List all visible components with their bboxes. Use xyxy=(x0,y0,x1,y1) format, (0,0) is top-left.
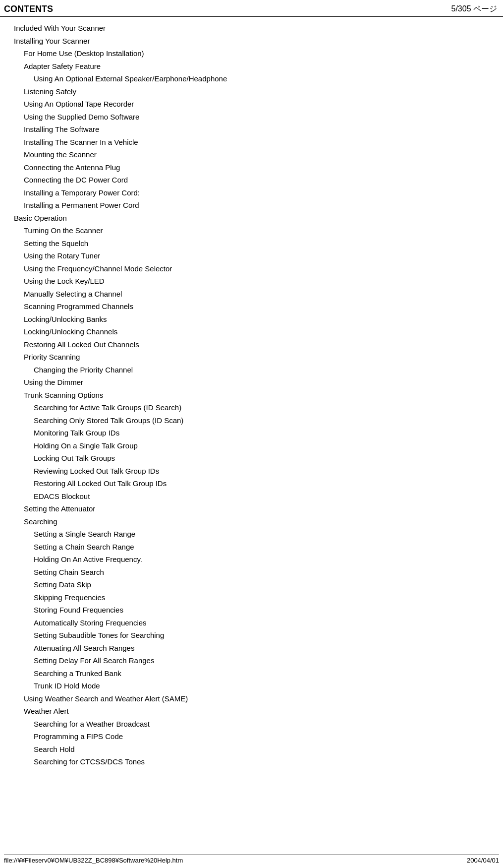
toc-item[interactable]: Using the Dimmer xyxy=(4,376,499,389)
toc-item[interactable]: Setting a Single Search Range xyxy=(4,528,499,541)
toc-item[interactable]: Setting the Attenuator xyxy=(4,502,499,515)
toc-item[interactable]: Listening Safely xyxy=(4,85,499,98)
toc-item[interactable]: Locking Out Talk Groups xyxy=(4,452,499,465)
toc-item[interactable]: Searching for CTCSS/DCS Tones xyxy=(4,755,499,768)
toc-item[interactable]: Using the Lock Key/LED xyxy=(4,275,499,288)
toc-item[interactable]: Trunk Scanning Options xyxy=(4,389,499,402)
toc-item[interactable]: Scanning Programmed Channels xyxy=(4,300,499,313)
toc-item[interactable]: Mounting the Scanner xyxy=(4,148,499,161)
toc-item[interactable]: Using An Optional Tape Recorder xyxy=(4,98,499,111)
toc-item[interactable]: Searching Only Stored Talk Groups (ID Sc… xyxy=(4,414,499,427)
toc-item[interactable]: Using Weather Search and Weather Alert (… xyxy=(4,692,499,705)
toc-item[interactable]: Searching for a Weather Broadcast xyxy=(4,718,499,731)
toc-item[interactable]: Installing The Scanner In a Vehicle xyxy=(4,136,499,149)
toc-item[interactable]: Search Hold xyxy=(4,743,499,756)
toc-item[interactable]: Monitoring Talk Group IDs xyxy=(4,427,499,439)
toc-item[interactable]: Basic Operation xyxy=(4,212,499,225)
toc-item[interactable]: Included With Your Scanner xyxy=(4,22,499,35)
toc-item[interactable]: Setting Chain Search xyxy=(4,566,499,579)
toc-item[interactable]: Locking/Unlocking Banks xyxy=(4,313,499,326)
page-footer: file://¥¥Fileserv0¥OM¥UB322Z_BC898¥Softw… xyxy=(4,854,499,864)
toc-item[interactable]: Setting a Chain Search Range xyxy=(4,541,499,554)
toc-item[interactable]: Holding On a Single Talk Group xyxy=(4,439,499,452)
toc-item[interactable]: Manually Selecting a Channel xyxy=(4,288,499,301)
toc-item[interactable]: Weather Alert xyxy=(4,705,499,718)
toc-item[interactable]: Installing a Temporary Power Cord: xyxy=(4,186,499,199)
toc-item[interactable]: Setting Subaudible Tones for Searching xyxy=(4,629,499,642)
toc-item[interactable]: Attenuating All Search Ranges xyxy=(4,642,499,655)
toc-item[interactable]: Setting Data Skip xyxy=(4,578,499,591)
toc-item[interactable]: Priority Scanning xyxy=(4,351,499,364)
toc-item[interactable]: Searching xyxy=(4,515,499,528)
toc-item[interactable]: Searching for Active Talk Groups (ID Sea… xyxy=(4,401,499,414)
footer-date: 2004/04/01 xyxy=(467,857,499,864)
toc-item[interactable]: Setting the Squelch xyxy=(4,237,499,250)
toc-content: Included With Your ScannerInstalling You… xyxy=(0,17,503,783)
toc-item[interactable]: Installing a Permanent Power Cord xyxy=(4,199,499,212)
toc-item[interactable]: Reviewing Locked Out Talk Group IDs xyxy=(4,465,499,478)
toc-item[interactable]: Holding On An Active Frequency. xyxy=(4,553,499,566)
toc-item[interactable]: Connecting the Antenna Plug xyxy=(4,161,499,174)
contents-title: CONTENTS xyxy=(4,4,53,14)
toc-item[interactable]: Setting Delay For All Search Ranges xyxy=(4,654,499,667)
toc-item[interactable]: Using the Frequency/Channel Mode Selecto… xyxy=(4,262,499,275)
toc-item[interactable]: Turning On the Scanner xyxy=(4,224,499,237)
toc-item[interactable]: Changing the Priority Channel xyxy=(4,364,499,376)
toc-item[interactable]: Storing Found Frequencies xyxy=(4,604,499,617)
toc-item[interactable]: Using the Supplied Demo Software xyxy=(4,111,499,124)
toc-item[interactable]: Restoring All Locked Out Talk Group IDs xyxy=(4,477,499,490)
toc-item[interactable]: EDACS Blockout xyxy=(4,490,499,503)
toc-item[interactable]: Restoring All Locked Out Channels xyxy=(4,338,499,351)
toc-item[interactable]: Automatically Storing Frequencies xyxy=(4,617,499,629)
toc-item[interactable]: Using the Rotary Tuner xyxy=(4,249,499,262)
toc-item[interactable]: Locking/Unlocking Channels xyxy=(4,325,499,338)
toc-item[interactable]: Installing Your Scanner xyxy=(4,35,499,48)
toc-item[interactable]: Searching a Trunked Bank xyxy=(4,667,499,680)
toc-item[interactable]: For Home Use (Desktop Installation) xyxy=(4,47,499,60)
toc-item[interactable]: Connecting the DC Power Cord xyxy=(4,174,499,186)
toc-item[interactable]: Trunk ID Hold Mode xyxy=(4,680,499,692)
page-header: CONTENTS 5/305 ページ xyxy=(0,0,503,17)
toc-item[interactable]: Skipping Frequencies xyxy=(4,591,499,604)
toc-item[interactable]: Adapter Safety Feature xyxy=(4,60,499,73)
toc-item[interactable]: Using An Optional External Speaker/Earph… xyxy=(4,72,499,85)
page-number: 5/305 ページ xyxy=(451,4,497,14)
toc-item[interactable]: Installing The Software xyxy=(4,123,499,136)
toc-item[interactable]: Programming a FIPS Code xyxy=(4,730,499,743)
footer-url: file://¥¥Fileserv0¥OM¥UB322Z_BC898¥Softw… xyxy=(4,857,183,864)
